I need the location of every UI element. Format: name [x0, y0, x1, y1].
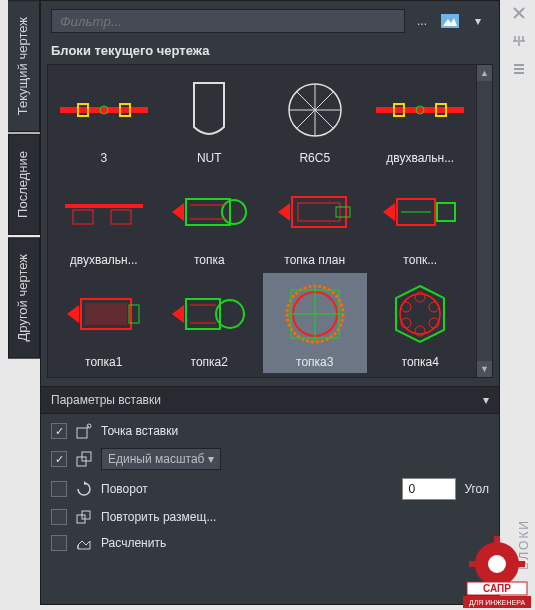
- insertion-point-icon: [75, 422, 93, 440]
- block-thumb[interactable]: топка4: [369, 273, 473, 373]
- block-label: топка2: [191, 351, 228, 369]
- rotation-checkbox[interactable]: [51, 481, 67, 497]
- scale-checkbox[interactable]: [51, 451, 67, 467]
- block-label: топка: [194, 249, 225, 267]
- block-thumb[interactable]: двухвальн...: [369, 69, 473, 169]
- chevron-down-icon: ▾: [208, 452, 214, 466]
- blocks-panel: ... ▾ Блоки текущего чертежа 3 NUT R6C5: [40, 0, 500, 605]
- svg-rect-0: [514, 64, 524, 66]
- svg-point-55: [401, 302, 411, 312]
- params-header[interactable]: Параметры вставки ▾: [41, 386, 499, 414]
- rotation-icon: [75, 480, 93, 498]
- watermark-logo: САПР ДЛЯ ИНЖЕНЕРА: [457, 532, 535, 610]
- svg-rect-39: [186, 299, 220, 329]
- block-thumb[interactable]: топк...: [369, 171, 473, 271]
- insertion-point-label: Точка вставки: [101, 424, 178, 438]
- svg-marker-26: [278, 203, 290, 221]
- svg-rect-28: [298, 203, 340, 221]
- block-label: NUT: [197, 147, 222, 165]
- section-title: Блоки текущего чертежа: [41, 39, 499, 64]
- tab-current-drawing[interactable]: Текущий чертеж: [8, 0, 40, 132]
- svg-rect-1: [514, 68, 524, 70]
- menu-icon[interactable]: [510, 60, 528, 78]
- block-thumb[interactable]: топка: [158, 171, 262, 271]
- repeat-icon: [75, 508, 93, 526]
- block-thumb[interactable]: топка план: [263, 171, 367, 271]
- block-thumb[interactable]: топка3: [263, 273, 367, 373]
- svg-rect-32: [437, 203, 455, 221]
- svg-rect-19: [73, 210, 93, 224]
- scroll-down-icon[interactable]: ▼: [477, 361, 492, 377]
- repeat-checkbox[interactable]: [51, 509, 67, 525]
- svg-point-51: [429, 302, 439, 312]
- svg-point-23: [222, 200, 246, 224]
- block-label: топка план: [284, 249, 345, 267]
- explode-checkbox[interactable]: [51, 535, 67, 551]
- rotation-unit-label: Угол: [464, 482, 489, 496]
- block-label: двухвальн...: [386, 147, 454, 165]
- svg-marker-30: [383, 203, 395, 221]
- svg-marker-38: [172, 305, 184, 323]
- svg-rect-67: [494, 536, 500, 544]
- svg-point-66: [488, 555, 506, 573]
- block-gallery: 3 NUT R6C5 двухвальн... двухвальн... т: [48, 65, 476, 377]
- block-thumb[interactable]: 3: [52, 69, 156, 169]
- insertion-point-checkbox[interactable]: [51, 423, 67, 439]
- rotation-label: Поворот: [101, 482, 148, 496]
- block-thumb[interactable]: двухвальн...: [52, 171, 156, 271]
- block-thumb[interactable]: R6C5: [263, 69, 367, 169]
- svg-text:САПР: САПР: [483, 583, 511, 594]
- pin-icon[interactable]: [510, 32, 528, 50]
- svg-rect-69: [469, 561, 477, 567]
- svg-rect-22: [186, 199, 230, 225]
- scale-dropdown-label: Единый масштаб: [108, 452, 204, 466]
- svg-marker-21: [172, 203, 184, 221]
- svg-rect-2: [514, 72, 524, 74]
- svg-rect-20: [111, 210, 131, 224]
- svg-rect-56: [77, 428, 87, 438]
- block-label: двухвальн...: [70, 249, 138, 267]
- tab-recent[interactable]: Последние: [8, 134, 40, 235]
- thumbnail-mode-icon[interactable]: [439, 10, 461, 32]
- repeat-label: Повторить размещ...: [101, 510, 216, 524]
- block-label: топк...: [403, 249, 437, 267]
- filter-more-button[interactable]: ...: [411, 10, 433, 32]
- svg-rect-27: [292, 197, 346, 227]
- block-label: топка3: [296, 351, 333, 369]
- params-title: Параметры вставки: [51, 393, 161, 407]
- chevron-down-icon: ▾: [483, 393, 489, 407]
- scale-icon: [75, 450, 93, 468]
- tab-other-drawing[interactable]: Другой чертеж: [8, 237, 40, 358]
- scroll-up-icon[interactable]: ▲: [477, 65, 492, 81]
- block-label: топка4: [402, 351, 439, 369]
- dropdown-chevron-icon[interactable]: ▾: [467, 10, 489, 32]
- block-thumb[interactable]: топка2: [158, 273, 262, 373]
- block-thumb[interactable]: топка1: [52, 273, 156, 373]
- svg-text:ДЛЯ ИНЖЕНЕРА: ДЛЯ ИНЖЕНЕРА: [469, 599, 525, 607]
- scale-dropdown[interactable]: Единый масштаб▾: [101, 448, 221, 470]
- svg-marker-34: [67, 305, 79, 323]
- block-thumb[interactable]: NUT: [158, 69, 262, 169]
- block-label: 3: [100, 147, 107, 165]
- block-label: R6C5: [299, 147, 330, 165]
- explode-icon: [75, 534, 93, 552]
- rotation-angle-input[interactable]: [402, 478, 456, 500]
- svg-rect-36: [85, 303, 127, 325]
- scrollbar[interactable]: ▲ ▼: [476, 65, 492, 377]
- svg-rect-70: [517, 561, 525, 567]
- close-icon[interactable]: [510, 4, 528, 22]
- svg-rect-29: [336, 207, 350, 217]
- block-label: топка1: [85, 351, 122, 369]
- filter-input[interactable]: [51, 9, 405, 33]
- explode-label: Расчленить: [101, 536, 166, 550]
